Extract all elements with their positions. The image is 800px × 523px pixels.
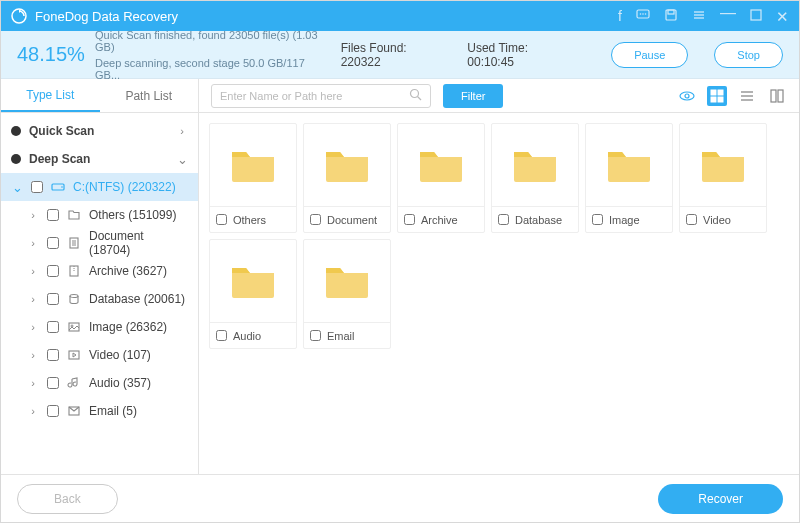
detail-view-icon[interactable] <box>767 86 787 106</box>
folder-checkbox[interactable] <box>592 214 603 225</box>
tree-item[interactable]: ›Audio (357) <box>23 369 198 397</box>
tree-item-label: Database (20061) <box>89 292 188 306</box>
svg-marker-24 <box>73 353 76 357</box>
eye-icon[interactable] <box>677 86 697 106</box>
stop-button[interactable]: Stop <box>714 42 783 68</box>
folder-checkbox[interactable] <box>216 214 227 225</box>
folder-caption: Archive <box>398 206 484 232</box>
grid-view-icon[interactable] <box>707 86 727 106</box>
app-logo-icon <box>11 8 27 24</box>
category-icon <box>67 264 81 278</box>
feedback-icon[interactable] <box>636 8 650 24</box>
folder-checkbox[interactable] <box>216 330 227 341</box>
folder-name: Email <box>327 330 355 342</box>
category-icon <box>67 348 81 362</box>
tree-item[interactable]: ›Archive (3627) <box>23 257 198 285</box>
search-box[interactable] <box>211 84 431 108</box>
filter-button[interactable]: Filter <box>443 84 503 108</box>
content: Filter OthersDocumentArchiveDatabaseImag… <box>199 79 799 474</box>
tree-item[interactable]: ›Others (151099) <box>23 201 198 229</box>
tree-quick-scan[interactable]: Quick Scan › <box>1 117 198 145</box>
folder-name: Video <box>703 214 731 226</box>
folder-caption: Database <box>492 206 578 232</box>
status-text: Quick Scan finished, found 23050 file(s)… <box>95 29 323 81</box>
tree-deep-scan[interactable]: Deep Scan ⌄ <box>1 145 198 173</box>
folder-icon <box>226 254 280 308</box>
sidebar: Type List Path List Quick Scan › Deep Sc… <box>1 79 199 474</box>
folder-name: Others <box>233 214 266 226</box>
tab-path-list[interactable]: Path List <box>100 79 199 112</box>
back-button[interactable]: Back <box>17 484 118 514</box>
tree: Quick Scan › Deep Scan ⌄ ⌄ C:(NTFS) (220… <box>1 113 198 474</box>
svg-rect-37 <box>771 90 776 102</box>
svg-point-20 <box>70 295 78 298</box>
folder-checkbox[interactable] <box>498 214 509 225</box>
save-icon[interactable] <box>664 8 678 24</box>
used-time: Used Time: 00:10:45 <box>467 41 569 69</box>
drive-checkbox[interactable] <box>31 181 43 193</box>
search-input[interactable] <box>220 90 403 102</box>
folder-item[interactable]: Archive <box>397 123 485 233</box>
svg-rect-38 <box>778 90 783 102</box>
tree-item[interactable]: ›Video (107) <box>23 341 198 369</box>
recover-button[interactable]: Recover <box>658 484 783 514</box>
folder-icon <box>414 138 468 192</box>
tree-item[interactable]: ›Document (18704) <box>23 229 198 257</box>
sidebar-tabs: Type List Path List <box>1 79 198 113</box>
folder-checkbox[interactable] <box>310 214 321 225</box>
search-icon[interactable] <box>409 88 422 104</box>
category-icon <box>67 404 81 418</box>
tree-item-label: Audio (357) <box>89 376 188 390</box>
category-icon <box>67 292 81 306</box>
folder-item[interactable]: Image <box>585 123 673 233</box>
folder-checkbox[interactable] <box>686 214 697 225</box>
tree-item-checkbox[interactable] <box>47 349 59 361</box>
files-found: Files Found: 220322 <box>341 41 442 69</box>
tab-type-list[interactable]: Type List <box>1 79 100 112</box>
folder-checkbox[interactable] <box>404 214 415 225</box>
tree-item-checkbox[interactable] <box>47 293 59 305</box>
folder-icon <box>508 138 562 192</box>
tree-item-checkbox[interactable] <box>47 265 59 277</box>
folder-item[interactable]: Email <box>303 239 391 349</box>
tree-item[interactable]: ›Email (5) <box>23 397 198 425</box>
menu-icon[interactable] <box>692 8 706 24</box>
minimize-icon[interactable]: — <box>720 5 736 21</box>
folder-name: Document <box>327 214 377 226</box>
folder-item[interactable]: Video <box>679 123 767 233</box>
tree-item-checkbox[interactable] <box>47 321 59 333</box>
facebook-icon[interactable]: f <box>618 9 622 23</box>
folder-caption: Email <box>304 322 390 348</box>
tree-item[interactable]: ›Database (20061) <box>23 285 198 313</box>
category-icon <box>67 208 81 222</box>
folder-name: Audio <box>233 330 261 342</box>
folder-name: Archive <box>421 214 458 226</box>
tree-item[interactable]: ›Image (26362) <box>23 313 198 341</box>
folder-checkbox[interactable] <box>310 330 321 341</box>
folder-item[interactable]: Others <box>209 123 297 233</box>
close-icon[interactable]: ✕ <box>776 9 789 24</box>
folder-item[interactable]: Audio <box>209 239 297 349</box>
folder-item[interactable]: Database <box>491 123 579 233</box>
status-bar: 48.15% Quick Scan finished, found 23050 … <box>1 31 799 79</box>
tree-item-checkbox[interactable] <box>47 237 59 249</box>
tree-item-checkbox[interactable] <box>47 209 59 221</box>
view-mode-buttons <box>677 86 787 106</box>
tree-item-label: Document (18704) <box>89 229 188 257</box>
tree-drive[interactable]: ⌄ C:(NTFS) (220322) <box>1 173 198 201</box>
category-icon <box>67 320 81 334</box>
tree-item-checkbox[interactable] <box>47 405 59 417</box>
tree-item-label: Email (5) <box>89 404 188 418</box>
svg-line-27 <box>418 96 422 100</box>
svg-point-13 <box>61 186 63 188</box>
list-view-icon[interactable] <box>737 86 757 106</box>
maximize-icon[interactable] <box>750 9 762 23</box>
chevron-right-icon: › <box>27 405 39 417</box>
app-window: FoneDog Data Recovery f — ✕ 48.15% Quick… <box>0 0 800 523</box>
tree-item-checkbox[interactable] <box>47 377 59 389</box>
chevron-right-icon: › <box>27 237 39 249</box>
folder-item[interactable]: Document <box>303 123 391 233</box>
svg-point-29 <box>685 94 689 98</box>
check-dot-icon <box>11 126 21 136</box>
pause-button[interactable]: Pause <box>611 42 688 68</box>
